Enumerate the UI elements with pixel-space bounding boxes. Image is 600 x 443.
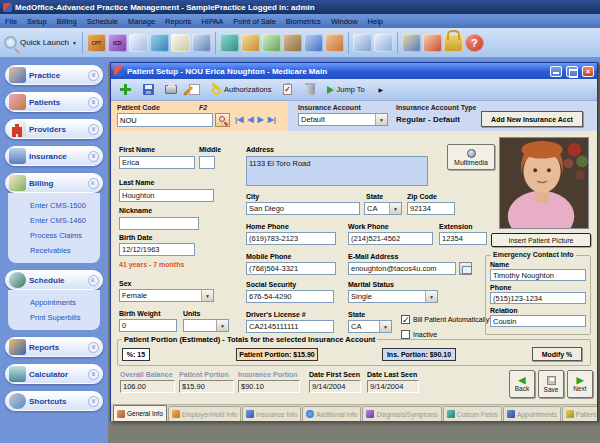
verify-button[interactable]: ✓ [278, 81, 298, 99]
patient-code-input[interactable] [117, 113, 213, 127]
authorizations-button[interactable]: Authorizations [207, 81, 275, 99]
calendar-icon[interactable] [374, 34, 393, 52]
menu-billing[interactable]: Billing [52, 14, 82, 28]
birth-weight-input[interactable] [119, 319, 177, 332]
save-record-button[interactable]: Save [538, 370, 564, 398]
quick-launch-button[interactable]: Quick Launch ▼ [4, 36, 77, 49]
patient-card-icon[interactable] [129, 34, 148, 52]
sidebar-item-billing[interactable]: Billing » [5, 173, 103, 193]
tab-custom-fields[interactable]: Custom Fields [443, 406, 503, 421]
tab-employer-hold-info[interactable]: Employer/Hold Info [168, 406, 241, 421]
home-phone-input[interactable] [246, 232, 336, 245]
inactive-checkbox[interactable] [401, 330, 410, 339]
expand-chevron-icon[interactable]: » [88, 97, 99, 108]
expand-chevron-icon[interactable]: » [88, 369, 99, 380]
insert-patient-picture-button[interactable]: Insert Patient Picture [491, 233, 591, 247]
add-patient-button[interactable] [115, 81, 135, 99]
expand-chevron-icon[interactable]: » [88, 124, 99, 135]
sidebar-item-insurance[interactable]: Insurance » [5, 146, 103, 166]
tab-patient-notes[interactable]: Patient Notes [562, 406, 597, 421]
menu-manage[interactable]: Manage [123, 14, 160, 28]
menu-schedule[interactable]: Schedule [82, 14, 123, 28]
drivers-license-input[interactable] [246, 320, 334, 333]
multimedia-button[interactable]: Multimedia [447, 144, 495, 170]
menu-reports[interactable]: Reports [160, 14, 196, 28]
edit-button[interactable] [184, 81, 204, 99]
security-lock-icon[interactable] [444, 34, 463, 52]
delete-button[interactable] [301, 81, 321, 99]
patient-search-button[interactable] [215, 113, 230, 127]
sex-select[interactable]: Female▼ [119, 289, 214, 302]
maximize-button[interactable] [566, 66, 578, 77]
state-select[interactable]: CA▼ [364, 202, 402, 215]
emergency-relation-input[interactable] [490, 315, 586, 327]
menu-window[interactable]: Window [326, 14, 363, 28]
patient-records-icon[interactable] [325, 34, 344, 52]
last-name-input[interactable] [119, 189, 214, 202]
emergency-name-input[interactable] [490, 269, 586, 281]
ledger-icon[interactable] [262, 34, 281, 52]
expand-chevron-icon[interactable]: » [88, 70, 99, 81]
sidebar-item-schedule[interactable]: Schedule » [5, 270, 103, 290]
marital-status-select[interactable]: Single▼ [348, 290, 438, 303]
collapse-chevron-icon[interactable]: » [88, 275, 99, 286]
license-state-select[interactable]: CA▼ [348, 320, 392, 333]
sidebar-item-enter-cms-1500[interactable]: Enter CMS-1500 [30, 198, 100, 213]
print-button[interactable] [161, 81, 181, 99]
social-security-input[interactable] [246, 290, 334, 303]
sidebar-item-appointments[interactable]: Appointments [30, 295, 100, 310]
back-button[interactable]: ◀ Back [509, 370, 535, 398]
birth-date-input[interactable] [119, 243, 195, 256]
lab-icon[interactable] [150, 34, 169, 52]
next-button[interactable]: ▶ Next [567, 370, 593, 398]
certificate-icon[interactable] [171, 34, 190, 52]
tab-additional-info[interactable]: Additional Info [302, 406, 361, 421]
tab-general-info[interactable]: General Info [113, 405, 167, 421]
work-phone-input[interactable] [348, 232, 433, 245]
address-input[interactable]: 1133 El Toro Road [246, 156, 428, 186]
sidebar-item-patients[interactable]: Patients » [5, 92, 103, 112]
emergency-phone-input[interactable] [490, 292, 586, 304]
cpt-codes-icon[interactable]: CPT [87, 34, 106, 52]
transfer-monitor-icon[interactable] [220, 34, 239, 52]
sidebar-item-shortcuts[interactable]: Shortcuts » [5, 391, 103, 411]
menu-point-of-sale[interactable]: Point of Sale [228, 14, 281, 28]
expand-chevron-icon[interactable]: » [88, 151, 99, 162]
nickname-input[interactable] [119, 217, 199, 230]
sidebar-item-receivables[interactable]: Receivables [30, 243, 100, 258]
bill-patient-automatically-checkbox[interactable]: ✓ [401, 315, 410, 324]
mobile-phone-input[interactable] [246, 262, 336, 275]
menu-biometrics[interactable]: Biometrics [281, 14, 326, 28]
sidebar-item-process-claims[interactable]: Process Claims [30, 228, 100, 243]
jump-to-submenu-arrow[interactable]: ▶ [371, 81, 391, 99]
icd-codes-icon[interactable]: ICD [108, 34, 127, 52]
close-button[interactable]: × [582, 66, 594, 77]
minimize-button[interactable] [550, 66, 562, 77]
menu-setup[interactable]: Setup [22, 14, 52, 28]
first-name-input[interactable] [119, 156, 195, 169]
sidebar-item-providers[interactable]: Providers » [5, 119, 103, 139]
sidebar-item-practice[interactable]: Practice » [5, 65, 103, 85]
jump-to-button[interactable]: Jump To [324, 81, 368, 99]
time-document-icon[interactable] [353, 34, 372, 52]
sidebar-item-enter-cms-1460[interactable]: Enter CMS-1460 [30, 213, 100, 228]
help-icon[interactable]: ? [465, 34, 484, 52]
sidebar-item-reports[interactable]: Reports » [5, 337, 103, 357]
collapse-chevron-icon[interactable]: » [88, 178, 99, 189]
online-services-icon[interactable] [304, 34, 323, 52]
email-button[interactable] [459, 262, 472, 275]
sidebar-item-calculator[interactable]: Calculator » [5, 364, 103, 384]
city-input[interactable] [246, 202, 360, 215]
reports-chart-icon[interactable] [402, 34, 421, 52]
charges-icon[interactable] [241, 34, 260, 52]
zip-code-input[interactable] [407, 202, 455, 215]
add-new-insurance-acct-button[interactable]: Add New Insurance Acct [481, 111, 583, 127]
units-select[interactable]: ▼ [183, 319, 229, 332]
expand-chevron-icon[interactable]: » [88, 396, 99, 407]
modify-percent-button[interactable]: Modify % [532, 347, 582, 361]
payments-icon[interactable] [283, 34, 302, 52]
extension-input[interactable] [439, 232, 487, 245]
tab-diagnosis-symptoms[interactable]: Diagnosis/Symptoms [362, 406, 441, 421]
email-input[interactable] [348, 262, 456, 275]
picture-frame-icon[interactable] [423, 34, 442, 52]
